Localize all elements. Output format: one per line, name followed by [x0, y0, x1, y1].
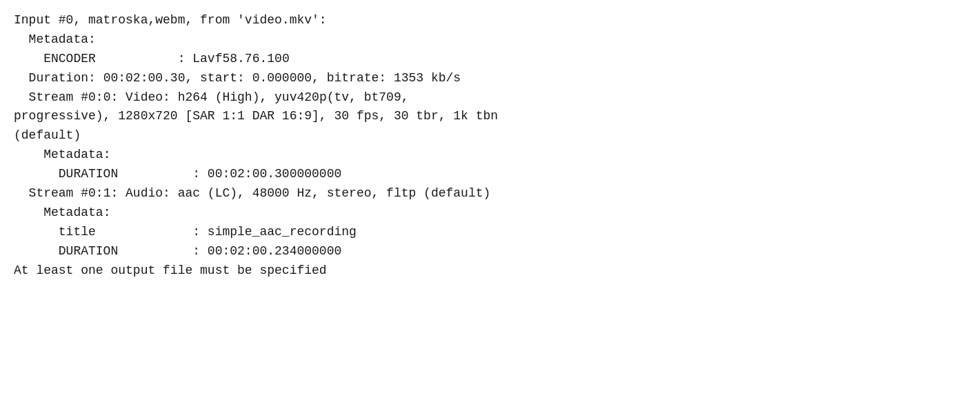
terminal-output: Input #0, matroska,webm, from 'video.mkv… [14, 11, 966, 280]
